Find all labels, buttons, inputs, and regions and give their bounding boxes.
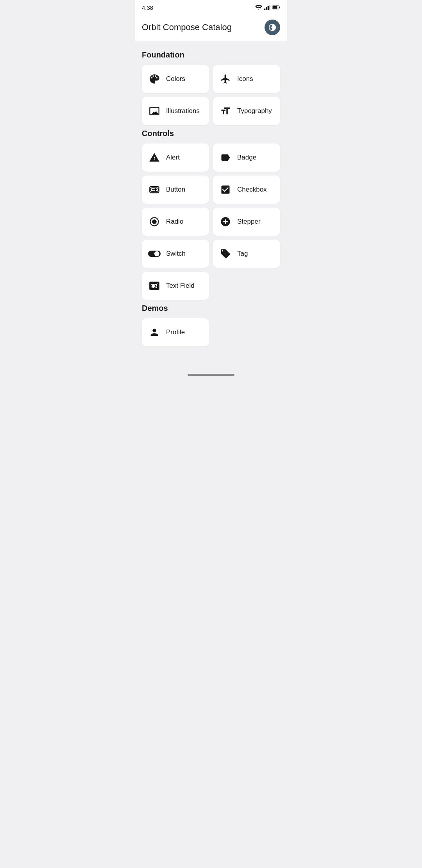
switch-icon bbox=[148, 247, 161, 260]
nav-item-textfield[interactable]: Text Field bbox=[142, 272, 209, 300]
svg-rect-0 bbox=[264, 9, 265, 10]
nav-item-stepper[interactable]: Stepper bbox=[213, 208, 280, 236]
nav-item-button[interactable]: Button bbox=[142, 176, 209, 204]
nav-item-icons[interactable]: Icons bbox=[213, 65, 280, 93]
alert-label: Alert bbox=[166, 154, 180, 161]
status-time: 4:38 bbox=[142, 4, 153, 11]
profile-icon bbox=[148, 326, 161, 339]
nav-item-radio[interactable]: Radio bbox=[142, 208, 209, 236]
nav-item-badge[interactable]: Badge bbox=[213, 143, 280, 172]
radio-icon bbox=[148, 215, 161, 228]
wifi-icon bbox=[255, 5, 262, 10]
tag-label: Tag bbox=[237, 250, 248, 258]
theme-toggle-button[interactable] bbox=[265, 20, 280, 35]
nav-item-checkbox[interactable]: Checkbox bbox=[213, 176, 280, 204]
image-icon bbox=[148, 105, 161, 117]
status-icons bbox=[255, 5, 280, 10]
palette-icon bbox=[148, 73, 161, 85]
colors-label: Colors bbox=[166, 75, 185, 83]
button-label: Button bbox=[166, 186, 185, 194]
plane-icon bbox=[219, 73, 232, 85]
svg-rect-3 bbox=[269, 5, 270, 10]
section-title-controls: Controls bbox=[142, 129, 280, 138]
tag-icon bbox=[219, 247, 232, 260]
theme-icon bbox=[268, 23, 277, 32]
stepper-label: Stepper bbox=[237, 218, 261, 226]
text-size-icon bbox=[219, 105, 232, 117]
nav-item-profile[interactable]: Profile bbox=[142, 318, 209, 346]
textfield-label: Text Field bbox=[166, 282, 195, 290]
svg-rect-6 bbox=[273, 6, 277, 9]
checkbox-label: Checkbox bbox=[237, 186, 267, 194]
home-indicator bbox=[188, 374, 234, 376]
foundation-grid: Colors Icons Illustrations bbox=[142, 65, 280, 125]
alert-icon bbox=[148, 151, 161, 164]
svg-point-8 bbox=[271, 26, 274, 29]
section-title-demos: Demos bbox=[142, 304, 280, 313]
svg-rect-1 bbox=[266, 7, 267, 10]
profile-label: Profile bbox=[166, 328, 185, 336]
nav-item-alert[interactable]: Alert bbox=[142, 143, 209, 172]
nav-item-tag[interactable]: Tag bbox=[213, 240, 280, 268]
typography-label: Typography bbox=[237, 107, 272, 115]
app-bar: Orbit Compose Catalog bbox=[135, 14, 287, 41]
svg-point-11 bbox=[152, 219, 157, 224]
switch-label: Switch bbox=[166, 250, 186, 258]
controls-grid: Alert Badge bbox=[142, 143, 280, 300]
radio-label: Radio bbox=[166, 218, 183, 226]
section-title-foundation: Foundation bbox=[142, 50, 280, 59]
badge-label: Badge bbox=[237, 154, 256, 161]
battery-icon bbox=[272, 5, 280, 10]
svg-rect-2 bbox=[268, 6, 269, 10]
svg-rect-5 bbox=[279, 7, 280, 8]
icons-label: Icons bbox=[237, 75, 253, 83]
svg-point-13 bbox=[154, 251, 159, 256]
nav-item-colors[interactable]: Colors bbox=[142, 65, 209, 93]
textfield-icon bbox=[148, 280, 161, 292]
illustrations-label: Illustrations bbox=[166, 107, 200, 115]
nav-item-switch[interactable]: Switch bbox=[142, 240, 209, 268]
checkbox-icon bbox=[219, 183, 232, 196]
stepper-icon bbox=[219, 215, 232, 228]
app-title: Orbit Compose Catalog bbox=[142, 22, 232, 32]
main-content: Foundation Colors Icons bbox=[135, 41, 287, 355]
badge-icon bbox=[219, 151, 232, 164]
bottom-nav-bar bbox=[135, 371, 287, 381]
status-bar: 4:38 bbox=[135, 0, 287, 14]
demos-grid: Profile bbox=[142, 318, 280, 346]
button-icon bbox=[148, 183, 161, 196]
nav-item-typography[interactable]: Typography bbox=[213, 97, 280, 125]
nav-item-illustrations[interactable]: Illustrations bbox=[142, 97, 209, 125]
signal-icon bbox=[264, 5, 270, 10]
